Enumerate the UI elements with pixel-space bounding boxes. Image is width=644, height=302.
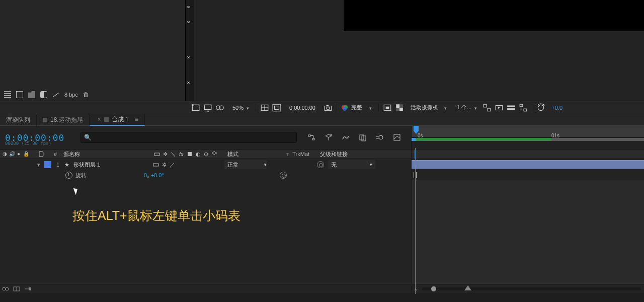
solo-dot-icon[interactable]: ● [16,152,21,157]
time-ruler-area[interactable]: 0s 01s [412,126,644,149]
expression-pick-whip-icon[interactable] [280,172,287,179]
channel-icon[interactable] [341,104,348,111]
safe-zone-icon[interactable] [272,104,281,112]
work-area-handle[interactable] [412,138,416,141]
property-name[interactable]: 旋转 [75,172,87,179]
zoom-level[interactable]: 50% [227,105,244,111]
layer-video-toggle[interactable] [2,162,7,167]
comp-mini-flowchart-icon[interactable] [306,132,316,142]
ruler-tick [187,54,190,60]
index-column-header[interactable]: # [49,151,61,157]
parent-dropdown[interactable]: 无 ▾ [328,160,375,169]
layer-name[interactable]: 形状图层 1 [71,161,151,169]
layer-timeline-lane[interactable] [412,159,644,170]
tab-render-queue[interactable]: 渲染队列 [0,114,37,126]
tab-close-icon[interactable]: × [98,116,101,123]
pick-whip-icon[interactable] [317,161,324,168]
region-of-interest-icon[interactable] [383,104,392,112]
search-input[interactable] [94,134,293,140]
timeline-bottom-bar: ▴ [0,284,644,293]
playhead-line[interactable] [415,148,416,294]
source-name-column-header[interactable]: 源名称 [61,150,152,158]
shy-icon[interactable] [341,132,351,142]
video-eye-icon[interactable]: ◑ [2,152,7,157]
fast-preview-icon[interactable] [495,104,504,112]
layer-solo-toggle[interactable] [16,162,21,167]
column-headers-row: ◑ 🔊 ● 🔒 # 源名称 ✲ ＼ fx ◐ ⊙ 模式 T TrkMat 父级和… [0,149,644,159]
mask-boundary-icon[interactable] [191,104,200,112]
transparency-toggle-icon[interactable] [395,104,404,112]
toggle-switches-icon[interactable] [2,285,9,292]
timeline-search[interactable]: 🔍 [80,132,297,143]
current-time-display[interactable]: 0:00:00:00 [284,105,320,111]
stopwatch-icon[interactable] [65,172,72,179]
bit-depth-icon[interactable] [40,91,47,98]
snapshot-icon[interactable] [324,104,333,112]
thumbnail-view-icon[interactable] [16,91,23,98]
bit-depth-label[interactable]: 8 bpc [64,92,78,98]
interpret-icon[interactable] [52,91,59,98]
layer-row-1[interactable]: ▾ 1 ★ 形状图层 1 ✲ ／ 正常 ▾ 无 ▾ [0,159,644,170]
monitor-icon[interactable] [203,104,212,112]
mask-visibility-icon[interactable] [215,104,224,112]
motion-blur-icon[interactable] [375,132,385,142]
playhead-icon[interactable] [414,126,419,131]
views-caret-icon[interactable] [474,105,479,111]
twirl-down-icon[interactable]: ▾ [34,162,43,168]
svg-point-42 [379,135,383,139]
transparency-grid-icon[interactable] [260,104,269,112]
reset-exposure-icon[interactable] [536,104,545,112]
svg-point-16 [343,107,347,111]
parent-column-header[interactable]: 父级和链接 [318,150,393,158]
exposure-value[interactable]: +0.0 [548,105,562,111]
work-area-bar[interactable] [412,138,644,141]
tab-comp-motion-trail[interactable]: 18.运动拖尾 [37,114,90,126]
trash-icon[interactable] [83,91,90,98]
svg-rect-2 [204,105,211,109]
tab-comp-1[interactable]: × 合成 1 ≡ [90,114,145,126]
layer-duration-bar[interactable] [412,160,644,169]
parent-value: 无 [331,161,337,169]
svg-point-12 [327,107,330,110]
frame-blend-icon[interactable] [358,132,368,142]
switches-column-header: ✲ ＼ fx ◐ ⊙ [152,150,225,158]
composition-viewer[interactable] [194,0,644,101]
audio-speaker-icon[interactable]: 🔊 [9,152,14,157]
timeline-panel-icon[interactable] [507,104,516,112]
toggle-inout-icon[interactable] [24,285,31,292]
resolution-caret-icon[interactable] [369,105,374,111]
layer-quality-slash-icon[interactable]: ／ [170,161,175,169]
svg-rect-23 [484,104,487,107]
zoom-slider-knob[interactable] [431,286,436,291]
folder-icon[interactable] [28,91,35,98]
layer-collapse-icon[interactable]: ✲ [162,162,167,168]
graph-editor-icon[interactable] [392,132,402,142]
trkmat-prefix: T [286,152,291,157]
list-view-icon[interactable] [4,91,11,98]
tab-menu-icon[interactable]: ≡ [135,116,138,123]
mode-column-header[interactable]: 模式 [225,150,278,158]
layer-color-swatch[interactable] [44,161,51,168]
trkmat-column-header[interactable]: T TrkMat [278,151,318,157]
timeline-zoom-slider[interactable] [422,287,641,290]
zoom-dropdown-icon[interactable] [247,105,252,111]
tab-label: 合成 1 [112,115,129,124]
label-column-header[interactable] [34,151,49,157]
blend-mode-dropdown[interactable]: 正常 ▾ [224,160,267,169]
layer-quality-icon[interactable] [153,162,159,168]
layer-lock-toggle[interactable] [23,162,28,167]
flowchart-icon[interactable] [519,104,528,112]
timeline-empty-area: 按住ALT+鼠标左键单击小码表 [0,180,644,284]
toggle-modes-icon[interactable] [13,285,20,292]
active-camera-dropdown[interactable]: 活动摄像机 [407,104,441,111]
time-ruler[interactable]: 0s 01s [412,126,644,138]
rotation-value[interactable]: 0x +0.0° [142,172,184,178]
pixel-aspect-icon[interactable] [482,104,492,112]
lock-icon[interactable]: 🔒 [23,152,28,157]
camera-caret-icon[interactable] [444,105,449,111]
resolution-dropdown[interactable]: 完整 [351,104,366,111]
layer-audio-toggle[interactable] [9,162,14,167]
property-timeline-lane[interactable] [412,170,644,180]
draft-3d-icon[interactable] [324,132,334,142]
view-count-dropdown[interactable]: 1 个... [452,104,471,111]
